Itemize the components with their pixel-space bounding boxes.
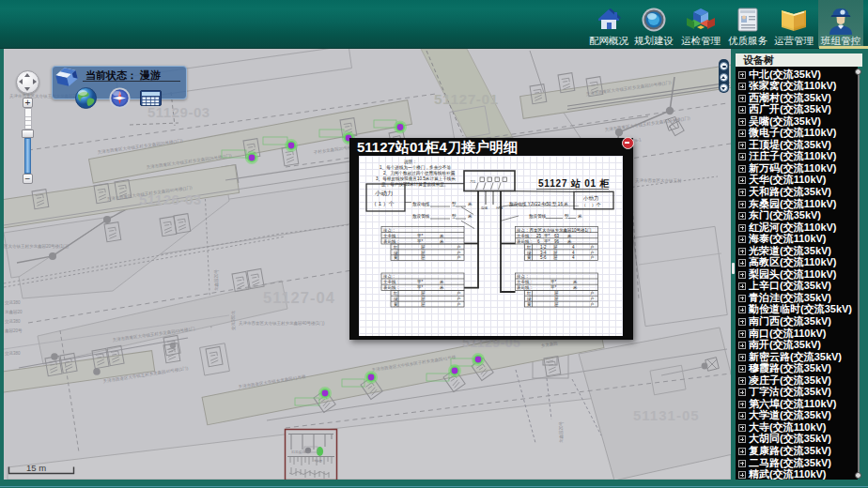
svg-text:户: 户 [590, 297, 595, 301]
svg-text:龙鑫园20号: 龙鑫园20号 [559, 420, 564, 443]
svg-text:米: 米 [468, 202, 473, 206]
svg-text:表前线：: 表前线： [383, 239, 400, 244]
svg-text:1-2: 1-2 [540, 245, 547, 250]
svg-text:敷设管线: 敷设管线 [412, 213, 430, 220]
svg-text:区大寺镇王村乡龙鑫园20号楼(1门): 区大寺镇王村乡龙鑫园20号楼(1门) [4, 243, 70, 250]
svg-text:绿: 绿 [394, 297, 398, 301]
svg-text:接点：: 接点： [382, 228, 396, 233]
svg-text:黄: 黄 [394, 255, 398, 260]
svg-text:层: 层 [421, 291, 426, 296]
svg-text:表前线：: 表前线： [517, 285, 534, 290]
svg-text:51131-05: 51131-05 [633, 407, 700, 423]
svg-text:米: 米 [573, 280, 578, 284]
svg-text:层: 层 [421, 302, 426, 307]
svg-text:主干线：: 主干线： [383, 279, 400, 284]
svg-text:绿: 绿 [527, 297, 532, 301]
svg-text:63: 63 [554, 234, 560, 238]
svg-text:3-4: 3-4 [540, 251, 547, 255]
svg-text:红: 红 [526, 245, 532, 250]
svg-text:2、刀闸个数超过四个使用海线给补漏: 2、刀闸个数超过四个使用海线给补漏 [383, 170, 455, 176]
svg-text:3131接131: 3131接131 [291, 450, 307, 454]
svg-text:交流380: 交流380 [5, 319, 21, 324]
svg-text:51127-01: 51127-01 [434, 91, 499, 107]
svg-text:层: 层 [421, 297, 426, 301]
svg-text:51129-03: 51129-03 [147, 104, 210, 120]
svg-text:米: 米 [573, 285, 578, 290]
svg-text:米: 米 [468, 214, 473, 219]
svg-text:接点：: 接点： [382, 274, 396, 279]
svg-text:户: 户 [457, 245, 461, 250]
svg-text:4: 4 [572, 251, 575, 255]
svg-text:户: 户 [590, 291, 595, 296]
svg-text:（ 1 ）个: （ 1 ）个 [371, 201, 395, 207]
svg-text:米: 米 [440, 239, 444, 244]
svg-text:刀1: 刀1 [470, 179, 476, 184]
svg-text:平*: 平* [544, 239, 550, 244]
svg-text:天津市西青区大寺镇王村: 天津市西青区大寺镇王村 [635, 177, 682, 184]
svg-text:平*: 平* [417, 234, 424, 238]
svg-text:天津市西青区大寺镇王村乡龙鑫园40号楼(1门): 天津市西青区大寺镇王村乡龙鑫园40号楼(1门) [239, 320, 325, 327]
svg-text:米: 米 [567, 234, 572, 238]
svg-text:96: 96 [554, 239, 560, 244]
svg-text:龙鑫园20: 龙鑫园20 [5, 310, 23, 314]
svg-text:绿: 绿 [527, 251, 532, 255]
svg-text:户: 户 [590, 251, 595, 255]
svg-text:3、每根皮线按照垂直10.5米计算上干线长: 3、每根皮线按照垂直10.5米计算上干线长 [376, 175, 456, 182]
svg-text:红: 红 [393, 291, 398, 296]
svg-text:层: 层 [554, 297, 559, 301]
svg-text:鑫园20号: 鑫园20号 [5, 328, 23, 333]
svg-text:表前线：: 表前线： [517, 239, 534, 244]
svg-text:米: 米 [440, 234, 444, 238]
svg-text:4: 4 [572, 255, 575, 260]
svg-text:户: 户 [457, 291, 461, 296]
svg-text:户: 户 [590, 255, 595, 260]
svg-text:敷设电缆: 敷设电缆 [412, 201, 430, 207]
svg-text:（ ）个: （ ）个 [581, 202, 601, 207]
svg-text:龙鑫园: 龙鑫园 [314, 459, 322, 463]
svg-text:户: 户 [457, 297, 461, 301]
svg-text:黄: 黄 [394, 302, 398, 307]
svg-text:交流380龙: 交流380龙 [231, 310, 236, 330]
svg-text:层: 层 [421, 251, 426, 255]
svg-text:层: 层 [554, 291, 559, 296]
svg-text:户: 户 [457, 251, 461, 255]
svg-text:平*: 平* [417, 239, 424, 244]
svg-text:平*: 平* [417, 285, 424, 290]
svg-text:黄: 黄 [527, 255, 532, 260]
svg-text:15 m: 15 m [26, 463, 46, 473]
svg-text:层: 层 [553, 245, 558, 250]
svg-text:主干线：: 主干线： [517, 279, 534, 284]
svg-text:平*: 平* [544, 234, 550, 238]
svg-text:平*: 平* [417, 280, 424, 284]
svg-text:层: 层 [553, 255, 558, 260]
svg-text:25: 25 [536, 234, 542, 238]
svg-text:层: 层 [553, 251, 558, 255]
svg-text:1、每个进线为一个楼门，多余少不等: 1、每个进线为一个楼门，多余少不等 [380, 164, 451, 171]
svg-text:小动力: 小动力 [375, 190, 394, 197]
svg-text:红: 红 [526, 291, 532, 296]
svg-text:黄: 黄 [527, 302, 532, 307]
svg-text:51127 站 01 柜: 51127 站 01 柜 [538, 178, 610, 189]
svg-text:米: 米 [440, 285, 444, 290]
svg-text:接点：: 接点： [516, 274, 530, 279]
svg-text:主干线：: 主干线： [517, 233, 534, 238]
svg-text:户: 户 [457, 302, 461, 307]
svg-text:交流380: 交流380 [5, 300, 21, 305]
svg-text:龙鑫园20号: 龙鑫园20号 [214, 268, 219, 291]
svg-text:平*: 平* [550, 280, 557, 284]
svg-text:米: 米 [440, 280, 444, 284]
svg-text:敷设管线: 敷设管线 [529, 213, 547, 220]
svg-text:平*: 平* [550, 285, 557, 290]
svg-text:51127-04: 51127-04 [263, 289, 335, 306]
svg-text:交流380: 交流380 [5, 351, 21, 356]
svg-text:接点：西青区大寺镇乡龙鑫园10号楼1门: 接点：西青区大寺镇乡龙鑫园10号楼1门 [516, 227, 592, 233]
svg-text:户: 户 [590, 302, 595, 307]
svg-text:户: 户 [457, 255, 461, 260]
svg-text:层: 层 [554, 302, 559, 307]
svg-text:5-6: 5-6 [540, 255, 547, 260]
svg-text:米: 米 [567, 239, 572, 244]
svg-text:层: 层 [421, 255, 426, 260]
svg-text:主干线：: 主干线： [383, 233, 400, 238]
svg-text:户: 户 [590, 245, 595, 250]
svg-text:表前线：: 表前线： [383, 285, 400, 290]
